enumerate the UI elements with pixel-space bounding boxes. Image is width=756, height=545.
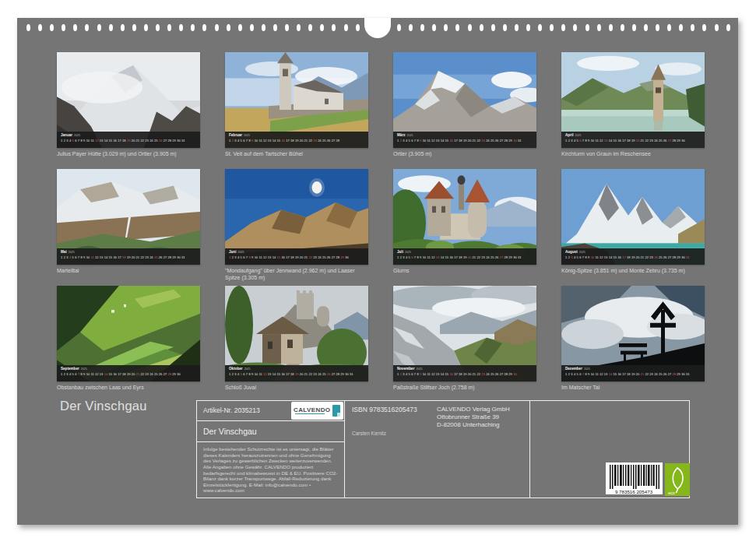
mini-calendar-year: 2025 bbox=[244, 367, 251, 371]
month-photo: Mai2025123456789101112131415161718192021… bbox=[57, 169, 200, 265]
mini-calendar-month: Februar bbox=[229, 133, 242, 137]
page-title: Der Vinschgau bbox=[60, 399, 147, 413]
calendar-title-cell: Der Vinschgau bbox=[197, 421, 344, 442]
calendar-month-thumbnail: September2025123456789101112131415161718… bbox=[57, 286, 200, 403]
binding-hole bbox=[561, 24, 565, 31]
binding-hole bbox=[491, 24, 495, 31]
mini-calendar-month: November bbox=[397, 367, 414, 371]
mini-calendar: Juni202512345678910111213141516171819202… bbox=[225, 248, 368, 265]
mini-calendar: September2025123456789101112131415161718… bbox=[57, 365, 200, 382]
binding-hole bbox=[468, 24, 472, 31]
calendar-month-thumbnail: Mai2025123456789101112131415161718192021… bbox=[57, 169, 200, 286]
month-caption: Kirchturm von Graun im Reschensee bbox=[561, 150, 705, 157]
binding-hole bbox=[538, 24, 542, 31]
svg-text:eco: eco bbox=[668, 490, 675, 495]
month-photo: August2025123456789101112131415161718192… bbox=[561, 169, 705, 265]
mini-calendar-days: 1234567891011121314151617181920212223242… bbox=[61, 372, 196, 376]
binding-hole bbox=[726, 24, 730, 31]
mini-calendar-year: 2025 bbox=[244, 134, 250, 138]
binding-hole bbox=[397, 24, 401, 31]
binding-hole bbox=[227, 24, 230, 31]
binding-hole bbox=[308, 24, 312, 31]
article-number-row: Artikel-Nr. 2035213 CALVENDO bbox=[197, 401, 344, 421]
mini-calendar-days: 1234567891011121314151617181920212223242… bbox=[565, 255, 701, 259]
article-number: Artikel-Nr. 2035213 bbox=[203, 406, 260, 414]
ean-barcode: 9 783516 205473 bbox=[606, 462, 663, 494]
month-photo: Oktober202512345678910111213141516171819… bbox=[225, 286, 368, 382]
binding-hole bbox=[632, 24, 636, 31]
month-photo: Januar2025123456789101112131415161718192… bbox=[57, 52, 200, 148]
mini-calendar-year: 2025 bbox=[575, 134, 581, 138]
binding-hole bbox=[262, 24, 265, 31]
calvendo-logo: CALVENDO bbox=[291, 402, 343, 420]
mini-calendar-days: 1234567891011121314151617181920212223242… bbox=[397, 255, 533, 259]
publisher-line: CALVENDO Verlag GmbH bbox=[437, 406, 510, 413]
spiral-binding-holes-left bbox=[26, 24, 360, 31]
spiral-binding-holes-right bbox=[397, 24, 730, 31]
mini-calendar-month: September bbox=[61, 367, 79, 371]
binding-hole bbox=[432, 24, 436, 31]
mini-calendar-year: 2025 bbox=[69, 251, 75, 255]
binding-hole bbox=[297, 24, 301, 31]
mini-calendar-year: 2025 bbox=[237, 251, 244, 255]
mini-calendar-days: 1234567891011121314151617181920212223242… bbox=[397, 139, 533, 142]
eco-logo: eco bbox=[665, 463, 690, 496]
publisher-line: D-82008 Unterhaching bbox=[437, 421, 510, 429]
binding-hole bbox=[585, 24, 589, 31]
month-caption: Julius Payer Hütte (3.029 m) und Ortler … bbox=[57, 150, 200, 157]
mini-calendar: August2025123456789101112131415161718192… bbox=[561, 248, 705, 265]
binding-hole bbox=[332, 24, 336, 31]
mini-calendar-days: 1234567891011121314151617181920212223242… bbox=[397, 372, 533, 376]
calvendo-logo-tagline bbox=[295, 413, 325, 415]
month-caption: König-Spitze (3.851 m) und Monte Zebru (… bbox=[561, 267, 705, 274]
binding-hole bbox=[238, 24, 242, 31]
calendar-month-thumbnail: März202512345678910111213141516171819202… bbox=[393, 52, 536, 169]
mini-calendar-year: 2025 bbox=[74, 134, 80, 138]
mini-calendar-month: Juli bbox=[397, 250, 403, 254]
binding-hole bbox=[344, 24, 348, 31]
barcode-bars-icon: 9 783516 205473 bbox=[606, 462, 663, 494]
binding-hole bbox=[191, 24, 195, 31]
binding-hole bbox=[85, 24, 89, 31]
binding-hole bbox=[420, 24, 424, 31]
binding-hole bbox=[644, 24, 648, 31]
mini-calendar: Dezember20251234567891011121314151617181… bbox=[561, 365, 705, 382]
binding-hole bbox=[167, 24, 171, 31]
binding-hole bbox=[715, 24, 719, 31]
mini-calendar: März202512345678910111213141516171819202… bbox=[393, 132, 536, 148]
month-photo: März202512345678910111213141516171819202… bbox=[393, 52, 536, 148]
publisher-line: Ottobrunner Straße 39 bbox=[437, 413, 510, 421]
mini-calendar-year: 2025 bbox=[416, 367, 422, 371]
binding-hole bbox=[515, 24, 519, 31]
mini-calendar-month: April bbox=[565, 133, 573, 137]
month-caption: Ortler (3.905 m) bbox=[393, 150, 536, 157]
month-photo: Februar202512345678910111213141516171819… bbox=[225, 52, 368, 148]
calendar-month-thumbnail: April20251234567891011121314151617181920… bbox=[561, 52, 705, 169]
mini-calendar-year: 2025 bbox=[81, 367, 87, 371]
calendar-month-thumbnail: Februar202512345678910111213141516171819… bbox=[225, 52, 368, 169]
mini-calendar-days: 1234567891011121314151617181920212223242… bbox=[229, 255, 364, 259]
product-info-table: Artikel-Nr. 2035213 CALVENDO Der Vinschg… bbox=[196, 400, 690, 498]
author-name: Carsten Kienitz bbox=[352, 431, 386, 436]
mini-calendar-month: Mai bbox=[61, 250, 67, 254]
binding-hole bbox=[62, 24, 65, 31]
info-column-middle: ISBN 9783516205473 CALVENDO Verlag GmbH … bbox=[345, 401, 530, 498]
calendar-month-thumbnail: Juni202512345678910111213141516171819202… bbox=[225, 169, 368, 286]
mini-calendar-year: 2025 bbox=[405, 251, 411, 255]
binding-hole bbox=[202, 24, 206, 31]
binding-hole bbox=[356, 24, 360, 31]
isbn: ISBN 9783516205473 bbox=[352, 406, 417, 413]
mini-calendar-days: 1234567891011121314151617181920212223242… bbox=[61, 139, 196, 142]
mini-calendar-days: 1234567891011121314151617181920212223242… bbox=[61, 255, 196, 259]
calendar-month-thumbnail: Januar2025123456789101112131415161718192… bbox=[57, 52, 200, 169]
month-caption: Paßstraße Stilfser Joch (2.758 m) bbox=[393, 384, 536, 391]
eco-leaf-icon: eco bbox=[665, 463, 690, 496]
month-caption: Martelltal bbox=[57, 267, 200, 274]
binding-hole bbox=[480, 24, 483, 31]
calendar-month-thumbnail: Dezember20251234567891011121314151617181… bbox=[561, 286, 705, 403]
mini-calendar-month: Januar bbox=[61, 133, 72, 137]
binding-hole bbox=[621, 24, 624, 31]
mini-calendar-days: 1234567891011121314151617181920212223242… bbox=[565, 139, 701, 142]
binding-hole bbox=[656, 24, 659, 31]
binding-hole bbox=[455, 24, 459, 31]
